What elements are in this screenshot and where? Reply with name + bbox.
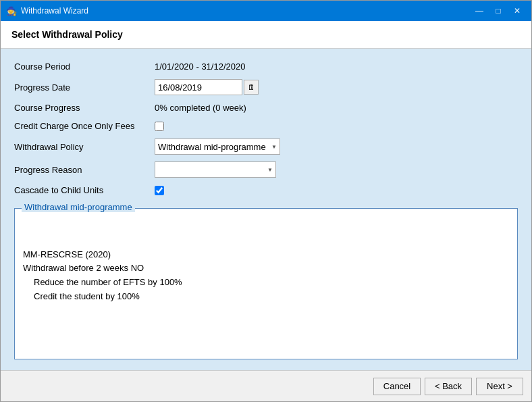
- info-line-1: [23, 220, 509, 234]
- footer: Cancel < Back Next >: [1, 370, 531, 401]
- progress-reason-label: Progress Reason: [14, 160, 149, 179]
- title-bar: 🧙 Withdrawal Wizard — □ ✕: [1, 1, 531, 21]
- progress-date-field-container: 🗓: [155, 78, 518, 97]
- close-button[interactable]: ✕: [508, 4, 526, 18]
- credit-charge-field-container: [155, 119, 518, 133]
- content-area: Course Period 1/01/2020 - 31/12/2020 Pro…: [1, 49, 531, 370]
- calendar-button[interactable]: 🗓: [244, 80, 259, 95]
- window-controls: — □ ✕: [471, 4, 526, 18]
- info-box-title: Withdrawal mid-programme: [22, 202, 135, 212]
- course-progress-value: 0% completed (0 week): [155, 101, 518, 115]
- maximize-button[interactable]: □: [489, 4, 507, 18]
- cancel-button[interactable]: Cancel: [373, 378, 421, 395]
- window-icon: 🧙: [6, 5, 17, 16]
- back-button[interactable]: < Back: [425, 378, 472, 395]
- course-period-label: Course Period: [14, 59, 149, 74]
- next-button[interactable]: Next >: [476, 378, 523, 395]
- calendar-icon: 🗓: [248, 83, 255, 91]
- header-bar: Select Withdrawal Policy: [1, 21, 531, 49]
- window-title: Withdrawal Wizard: [21, 6, 471, 16]
- info-line-5: Reduce the number of EFTS by 100%: [23, 276, 509, 290]
- progress-date-label: Progress Date: [14, 78, 149, 97]
- course-period-text: 1/01/2020 - 31/12/2020: [155, 61, 245, 72]
- progress-reason-select[interactable]: [155, 161, 276, 178]
- withdrawal-policy-select-wrapper: Withdrawal mid-programme: [155, 139, 280, 155]
- info-line-3: MM-RESCRSE (2020): [23, 248, 509, 262]
- credit-charge-label: Credit Charge Once Only Fees: [14, 119, 149, 133]
- progress-reason-field-container: [155, 160, 518, 179]
- info-line-4: Withdrawal before 2 weeks NO: [23, 261, 509, 276]
- main-window: 🧙 Withdrawal Wizard — □ ✕ Select Withdra…: [0, 0, 532, 402]
- course-progress-label: Course Progress: [14, 101, 149, 115]
- info-line-6: Credit the student by 100%: [23, 290, 509, 304]
- minimize-button[interactable]: —: [471, 4, 488, 18]
- progress-date-input[interactable]: [155, 79, 242, 95]
- withdrawal-policy-field-container: Withdrawal mid-programme: [155, 137, 518, 156]
- info-line-2: [23, 234, 509, 248]
- cascade-field-container: [155, 183, 518, 197]
- info-box: Withdrawal mid-programme MM-RESCRSE (202…: [14, 208, 518, 359]
- cascade-label: Cascade to Child Units: [14, 183, 149, 197]
- course-progress-text: 0% completed (0 week): [155, 103, 246, 113]
- progress-reason-select-wrapper: [155, 161, 276, 178]
- info-box-content: MM-RESCRSE (2020) Withdrawal before 2 we…: [15, 209, 517, 312]
- withdrawal-policy-select[interactable]: Withdrawal mid-programme: [155, 139, 280, 155]
- page-title: Select Withdrawal Policy: [11, 29, 521, 40]
- form-grid: Course Period 1/01/2020 - 31/12/2020 Pro…: [14, 59, 518, 197]
- withdrawal-policy-label: Withdrawal Policy: [14, 137, 149, 156]
- cascade-checkbox[interactable]: [155, 186, 164, 195]
- course-period-value: 1/01/2020 - 31/12/2020: [155, 59, 518, 74]
- credit-charge-checkbox[interactable]: [155, 122, 164, 131]
